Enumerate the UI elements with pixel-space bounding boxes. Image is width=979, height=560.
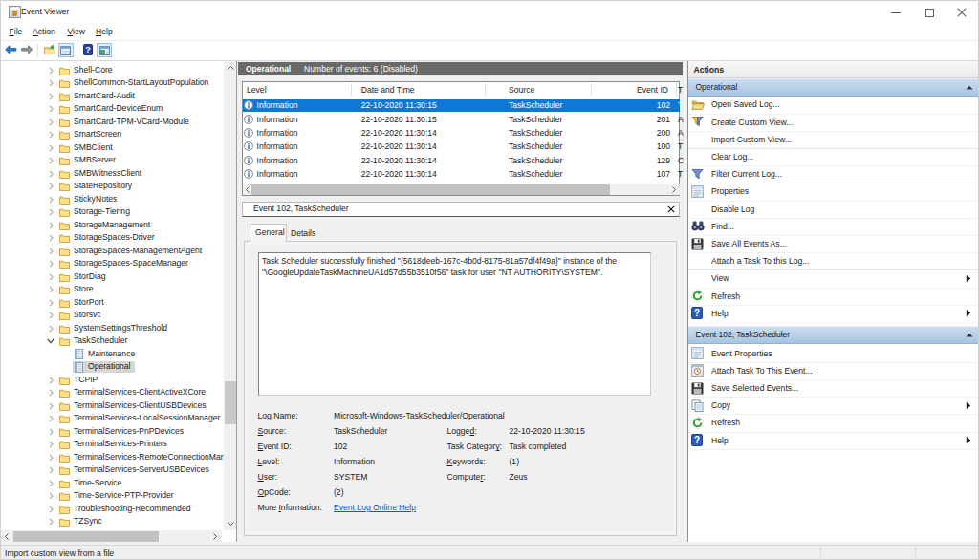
svg-text:?: ? <box>694 308 700 318</box>
svg-text:?: ? <box>85 45 91 54</box>
svg-text:?: ? <box>694 435 700 445</box>
